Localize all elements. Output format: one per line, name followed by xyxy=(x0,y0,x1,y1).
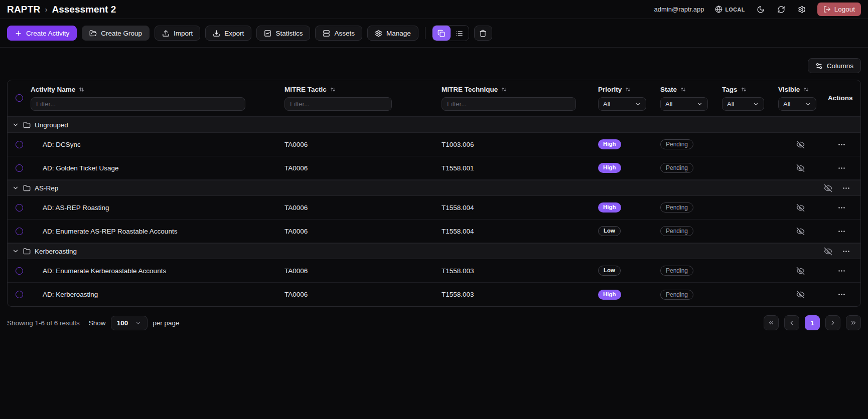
theme-toggle-button[interactable] xyxy=(756,5,766,15)
last-page-button[interactable] xyxy=(846,315,861,330)
logout-label: Logout xyxy=(834,6,855,13)
group-row[interactable]: AS-Rep xyxy=(8,180,860,196)
activity-name-cell: AD: Enumerate AS-REP Roastable Accounts xyxy=(31,228,284,235)
column-header-mitre-technique[interactable]: MITRE Technique xyxy=(442,85,598,93)
column-header-state[interactable]: State xyxy=(660,85,722,93)
row-checkbox[interactable] xyxy=(16,204,23,212)
visibility-toggle[interactable] xyxy=(795,139,806,150)
sort-icon[interactable] xyxy=(330,86,336,93)
row-actions-menu[interactable] xyxy=(836,163,847,173)
sort-icon[interactable] xyxy=(680,86,686,93)
activity-row[interactable]: AD: Golden Ticket Usage TA0006 T1558.001… xyxy=(8,156,860,180)
create-group-button[interactable]: Create Group xyxy=(82,26,150,41)
priority-badge: Low xyxy=(598,266,621,276)
row-checkbox[interactable] xyxy=(16,291,23,298)
chevron-down-icon[interactable] xyxy=(12,184,19,191)
logout-button[interactable]: Logout xyxy=(817,3,861,16)
manage-button[interactable]: Manage xyxy=(367,26,418,41)
trash-icon xyxy=(479,30,487,37)
sort-icon[interactable] xyxy=(803,86,809,93)
page-size-select[interactable]: 100 xyxy=(111,316,148,330)
state-badge: Pending xyxy=(660,202,693,213)
activity-row[interactable]: AD: DCSync TA0006 T1003.006 High Pending xyxy=(8,133,860,156)
statistics-button[interactable]: Statistics xyxy=(256,26,310,41)
group-row[interactable]: Ungrouped xyxy=(8,117,860,133)
column-header-mitre-tactic[interactable]: MITRE Tactic xyxy=(284,85,442,93)
row-checkbox[interactable] xyxy=(16,141,23,148)
group-visibility-toggle[interactable] xyxy=(823,246,833,257)
state-filter-select[interactable]: All xyxy=(660,97,708,111)
sort-icon[interactable] xyxy=(78,86,85,93)
import-button[interactable]: Import xyxy=(155,26,200,41)
column-header-tags[interactable]: Tags xyxy=(722,85,778,93)
sort-icon[interactable] xyxy=(501,86,507,93)
column-header-visible[interactable]: Visible xyxy=(778,85,822,93)
brand-logo[interactable]: RAPTR xyxy=(7,4,40,15)
group-actions-menu[interactable] xyxy=(841,183,851,193)
activity-row[interactable]: AD: AS-REP Roasting TA0006 T1558.004 Hig… xyxy=(8,196,860,220)
ellipsis-icon xyxy=(842,247,850,256)
row-actions-menu[interactable] xyxy=(836,139,847,150)
sort-icon[interactable] xyxy=(741,86,747,93)
upload-icon xyxy=(162,30,170,37)
assets-button[interactable]: Assets xyxy=(315,26,362,41)
row-actions-menu[interactable] xyxy=(836,226,847,237)
select-all-checkbox[interactable] xyxy=(16,94,23,102)
tags-filter-select[interactable]: All xyxy=(722,97,764,111)
row-actions-menu[interactable] xyxy=(836,289,847,300)
list-icon xyxy=(456,30,463,37)
activity-row[interactable]: AD: Enumerate AS-REP Roastable Accounts … xyxy=(8,220,860,243)
mitre-technique-filter-input[interactable] xyxy=(442,97,576,111)
chevron-down-icon[interactable] xyxy=(12,121,19,128)
activity-name-filter-input[interactable] xyxy=(31,97,245,111)
chevron-left-icon xyxy=(788,319,795,326)
list-view-button[interactable] xyxy=(451,26,469,41)
toolbar-divider xyxy=(425,27,425,39)
activity-row[interactable]: AD: Kerberoasting TA0006 T1558.003 High … xyxy=(8,283,860,306)
locale-selector[interactable]: LOCAL xyxy=(715,6,745,13)
state-badge: Pending xyxy=(660,226,693,236)
page-button[interactable]: 1 xyxy=(805,315,820,330)
group-actions-menu[interactable] xyxy=(841,246,851,257)
column-header-priority[interactable]: Priority xyxy=(598,85,660,93)
column-header-activity-name[interactable]: Activity Name xyxy=(31,85,284,93)
delete-button[interactable] xyxy=(474,26,492,41)
server-icon xyxy=(323,30,330,37)
row-actions-menu[interactable] xyxy=(836,266,847,276)
refresh-button[interactable] xyxy=(776,5,786,15)
gear-icon xyxy=(375,30,382,37)
chevron-down-icon xyxy=(805,101,811,107)
mitre-technique-cell: T1558.004 xyxy=(442,204,598,212)
visible-filter-select[interactable]: All xyxy=(778,97,816,111)
first-page-button[interactable] xyxy=(764,315,779,330)
row-checkbox[interactable] xyxy=(16,164,23,172)
column-header-actions: Actions xyxy=(822,94,860,102)
show-label: Show xyxy=(89,319,106,327)
next-page-button[interactable] xyxy=(825,315,840,330)
chart-icon xyxy=(264,30,271,37)
visibility-toggle[interactable] xyxy=(795,289,806,300)
prev-page-button[interactable] xyxy=(784,315,799,330)
row-checkbox[interactable] xyxy=(16,267,23,275)
sort-icon[interactable] xyxy=(625,86,631,93)
visibility-toggle[interactable] xyxy=(795,226,806,237)
mitre-tactic-cell: TA0006 xyxy=(284,228,442,235)
settings-button[interactable] xyxy=(797,5,807,15)
card-view-button[interactable] xyxy=(432,26,451,41)
group-visibility-toggle[interactable] xyxy=(823,183,833,193)
mitre-technique-cell: T1558.004 xyxy=(442,228,598,235)
create-activity-button[interactable]: Create Activity xyxy=(7,26,77,41)
activity-row[interactable]: AD: Enumerate Kerberoastable Accounts TA… xyxy=(8,259,860,283)
columns-button[interactable]: Columns xyxy=(808,58,861,73)
visibility-toggle[interactable] xyxy=(795,202,806,213)
row-checkbox[interactable] xyxy=(16,228,23,235)
chevron-down-icon[interactable] xyxy=(12,248,19,255)
ellipsis-icon xyxy=(837,227,846,236)
visibility-toggle[interactable] xyxy=(795,266,806,276)
priority-filter-select[interactable]: All xyxy=(598,97,646,111)
visibility-toggle[interactable] xyxy=(795,163,806,173)
row-actions-menu[interactable] xyxy=(836,202,847,213)
export-button[interactable]: Export xyxy=(205,26,251,41)
mitre-tactic-filter-input[interactable] xyxy=(284,97,392,111)
group-row[interactable]: Kerberoasting xyxy=(8,243,860,259)
